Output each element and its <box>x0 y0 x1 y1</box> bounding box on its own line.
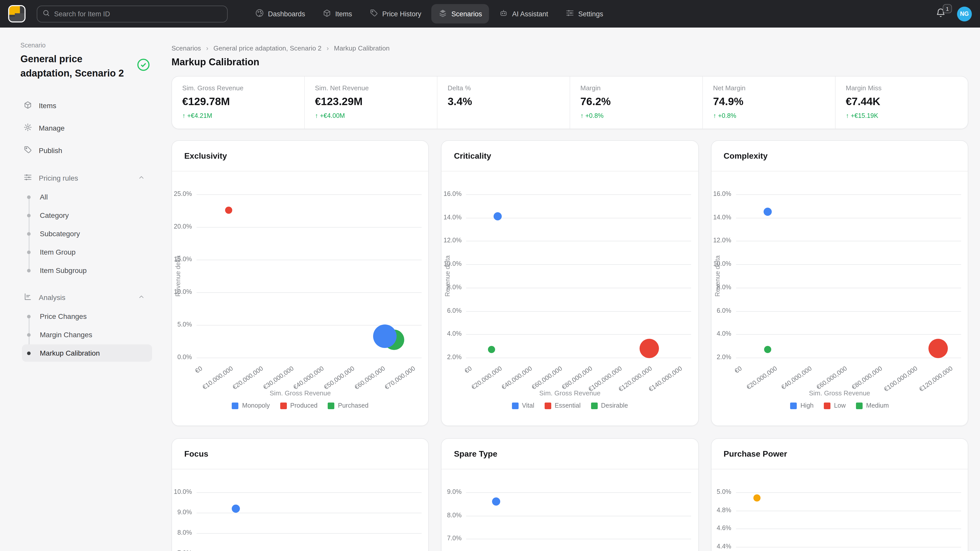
notifications-button[interactable]: 1 <box>935 8 948 20</box>
gridline <box>736 264 961 265</box>
legend-item-monopoly[interactable]: Monopoly <box>232 402 270 409</box>
data-point-low[interactable] <box>928 338 948 358</box>
y-axis-tick: 9.0% <box>442 488 462 495</box>
nav-item-scenarios[interactable]: Scenarios <box>431 4 489 24</box>
sidebar-group-pricing-rules[interactable]: Pricing rules <box>21 169 152 187</box>
legend-item-high[interactable]: High <box>791 402 814 409</box>
gridline <box>197 533 422 534</box>
gridline <box>466 311 691 311</box>
legend-label: Monopoly <box>242 402 270 409</box>
chart-title: Purchase Power <box>711 439 968 469</box>
data-point-spare-type[interactable] <box>492 498 500 506</box>
sidebar-item-price-changes[interactable]: Price Changes <box>27 308 152 325</box>
nav-item-price-history[interactable]: Price History <box>363 4 428 24</box>
x-axis-tick: €0 <box>463 365 473 375</box>
avatar[interactable]: NG <box>957 6 972 21</box>
chart-card-exclusivity: Exclusivity25.0%20.0%15.0%10.0%5.0%0.0%€… <box>172 140 429 426</box>
bullet-icon <box>27 195 30 199</box>
chart-plot: 16.0%14.0%12.0%10.0%8.0%6.0%4.0%2.0%€0€2… <box>711 171 968 426</box>
y-axis-tick: 7.0% <box>172 549 192 551</box>
y-axis-tick: 14.0% <box>711 213 731 221</box>
sidebar-group-analysis[interactable]: Analysis <box>21 288 152 306</box>
y-axis-tick: 7.0% <box>442 535 462 542</box>
sidebar-item-category[interactable]: Category <box>27 206 152 224</box>
y-axis-tick: 2.0% <box>442 354 462 361</box>
y-axis-label: Revenue delta <box>714 256 721 297</box>
kpi-label: Margin Miss <box>846 84 958 92</box>
data-point-high[interactable] <box>763 208 772 216</box>
legend-swatch-icon <box>328 402 334 409</box>
tag-icon <box>24 145 32 156</box>
data-point-focus[interactable] <box>232 505 240 513</box>
gridline <box>736 218 961 218</box>
legend-swatch-icon <box>791 402 797 409</box>
legend-label: Low <box>834 402 846 409</box>
legend-item-low[interactable]: Low <box>824 402 846 409</box>
y-axis-tick: 6.0% <box>442 307 462 314</box>
gridline <box>197 492 422 493</box>
x-axis-tick: €20,000,000 <box>745 365 778 391</box>
sidebar-item-item-group[interactable]: Item Group <box>27 243 152 261</box>
sidebar-item-margin-changes[interactable]: Margin Changes <box>27 326 152 343</box>
breadcrumb-item[interactable]: Markup Calibration <box>334 44 390 52</box>
legend-swatch-icon <box>280 402 286 409</box>
x-axis-tick: €120,000,000 <box>918 365 954 393</box>
gridline <box>466 288 691 288</box>
gridline <box>736 529 961 529</box>
nav-item-label: AI Assistant <box>512 10 548 17</box>
chart-title: Criticality <box>442 141 698 171</box>
gridline <box>466 334 691 335</box>
kpi-label: Delta % <box>448 84 559 92</box>
nav-item-label: Scenarios <box>452 10 482 17</box>
legend-item-essential[interactable]: Essential <box>545 402 581 409</box>
chart-legend: VitalEssentialDesirable <box>442 402 698 409</box>
legend-item-medium[interactable]: Medium <box>856 402 889 409</box>
gridline <box>466 194 691 195</box>
data-point-monopoly[interactable] <box>373 324 397 348</box>
breadcrumb-item[interactable]: Scenarios <box>172 44 201 52</box>
search-input[interactable] <box>54 10 222 17</box>
legend-label: Vital <box>522 402 534 409</box>
sidebar-item-markup-calibration[interactable]: Markup Calibration <box>22 345 152 362</box>
x-axis-tick: €70,000,000 <box>383 365 417 391</box>
sidebar-item-items[interactable]: Items <box>21 97 152 115</box>
data-point-medium[interactable] <box>764 346 771 353</box>
data-point-purchase-power[interactable] <box>753 494 760 501</box>
sidebar-item-all[interactable]: All <box>27 188 152 206</box>
sidebar-item-manage[interactable]: Manage <box>21 119 152 137</box>
sidebar-item-item-subgroup[interactable]: Item Subgroup <box>27 262 152 279</box>
data-point-desirable[interactable] <box>488 346 495 353</box>
sidebar-item-label: Publish <box>39 146 62 155</box>
chart-plot: 5.0%4.8%4.6%4.4%4.2%4.0%3.8%3.6%3.4%3.2%… <box>711 469 968 551</box>
sidebar-item-publish[interactable]: Publish <box>21 141 152 160</box>
bullet-icon <box>27 250 30 254</box>
nav-item-ai-assistant[interactable]: AI Assistant <box>492 4 555 24</box>
y-axis-tick: 4.4% <box>711 543 731 550</box>
legend-item-vital[interactable]: Vital <box>512 402 534 409</box>
legend-item-desirable[interactable]: Desirable <box>591 402 628 409</box>
top-nav: DashboardsItemsPrice HistoryScenariosAI … <box>0 0 980 27</box>
nav-item-items[interactable]: Items <box>315 4 360 24</box>
legend-label: Desirable <box>601 402 628 409</box>
kpi-value: €129.78M <box>182 95 294 108</box>
data-point-essential[interactable] <box>640 338 659 358</box>
kpi-delta <box>448 112 559 120</box>
search-box[interactable] <box>37 5 228 22</box>
data-point-vital[interactable] <box>493 213 502 221</box>
gridline <box>736 547 961 547</box>
x-axis-tick: €0 <box>194 365 204 375</box>
legend-item-produced[interactable]: Produced <box>280 402 318 409</box>
breadcrumb-separator: › <box>206 44 208 52</box>
app-logo-icon[interactable] <box>8 5 25 22</box>
chart-card-complexity: Complexity16.0%14.0%12.0%10.0%8.0%6.0%4.… <box>711 140 968 426</box>
data-point-produced[interactable] <box>225 206 232 213</box>
tag-icon <box>369 9 378 19</box>
gridline <box>197 358 422 358</box>
sidebar-item-label: Items <box>39 102 56 110</box>
legend-item-purchased[interactable]: Purchased <box>328 402 369 409</box>
nav-item-dashboards[interactable]: Dashboards <box>248 4 312 24</box>
sidebar-item-subcategory[interactable]: Subcategory <box>27 225 152 242</box>
breadcrumb-item[interactable]: General price adaptation, Scenario 2 <box>213 44 321 52</box>
chart-title: Exclusivity <box>172 141 428 171</box>
nav-item-settings[interactable]: Settings <box>558 4 611 24</box>
